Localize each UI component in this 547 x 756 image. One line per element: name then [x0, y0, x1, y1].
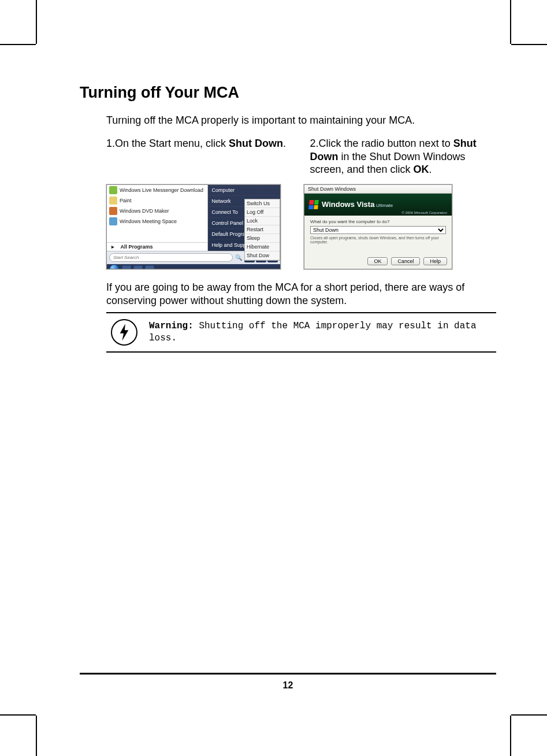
intro-text: Turning off the MCA properly is importan…: [80, 114, 496, 127]
step-text: .: [283, 138, 286, 149]
step-2: 2.Click the radio button next to Shut Do…: [310, 137, 497, 176]
all-programs-label: All Programs: [121, 244, 153, 250]
screenshot-start-menu: Windows Live Messenger Download Paint Wi…: [106, 184, 281, 269]
page-number: 12: [80, 673, 496, 691]
brand-name: Windows Vista: [322, 200, 374, 209]
warning-text: Shutting off the MCA improperly may resu…: [149, 321, 477, 344]
step-text: Click the radio button next to: [319, 138, 453, 149]
steps: 1.On the Start menu, click Shut Down. 2.…: [80, 137, 496, 176]
warning-box: Warning: Shutting off the MCA improperly…: [106, 312, 496, 353]
crop-mark: [36, 0, 37, 44]
flyout-item[interactable]: Sleep: [245, 234, 280, 243]
app-icon: [109, 186, 117, 194]
power-flyout: Switch Us Log Off Lock Restart Sleep Hib…: [244, 199, 280, 261]
crop-mark: [511, 714, 547, 716]
start-item[interactable]: Windows DVD Maker: [107, 206, 207, 216]
crop-mark: [510, 0, 511, 44]
lightning-bolt-icon: [111, 319, 137, 346]
after-text: If you are going to be away from the MCA…: [80, 281, 496, 308]
start-item-label: Windows DVD Maker: [120, 208, 169, 214]
step-1: 1.On the Start menu, click Shut Down.: [106, 137, 293, 176]
start-orb-icon[interactable]: [109, 264, 120, 269]
start-item-label: Paint: [120, 198, 132, 203]
step-number: 2.: [310, 138, 319, 149]
crop-mark: [0, 44, 36, 45]
crop-mark: [510, 716, 511, 756]
start-item[interactable]: Windows Live Messenger Download: [107, 185, 207, 195]
step-text: On the Start menu, click: [115, 138, 229, 149]
warning-label: Warning:: [149, 321, 194, 331]
start-item-label: Windows Live Messenger Download: [120, 187, 203, 193]
step-number: 1.: [106, 138, 115, 149]
crop-mark: [511, 44, 547, 45]
help-button[interactable]: Help: [423, 257, 447, 265]
flyout-item[interactable]: Restart: [245, 225, 280, 234]
dialog-title: Shut Down Windows: [304, 185, 452, 194]
taskbar: [107, 264, 280, 269]
start-item-label: Windows Meeting Space: [120, 218, 177, 224]
app-icon: [109, 217, 117, 225]
start-item[interactable]: Windows Meeting Space: [107, 216, 207, 227]
brand-edition: Ultimate: [376, 203, 393, 208]
flyout-item[interactable]: Shut Dow: [245, 251, 280, 260]
start-search-input[interactable]: [109, 253, 233, 262]
app-icon: [109, 197, 117, 205]
chevron-right-icon: ▸: [111, 244, 114, 250]
crop-mark: [0, 714, 36, 716]
copyright-text: © 2006 Microsoft Corporation: [396, 211, 447, 216]
ok-button[interactable]: OK: [367, 257, 388, 265]
page-title: Turning off Your MCA: [80, 84, 496, 102]
screenshot-shutdown-dialog: Shut Down Windows Windows Vista Ultimate…: [304, 184, 452, 269]
crop-mark: [36, 716, 37, 756]
start-item[interactable]: Paint: [107, 195, 207, 206]
app-icon: [109, 207, 117, 215]
step-bold: OK: [414, 164, 429, 175]
flyout-item[interactable]: Log Off: [245, 208, 280, 217]
windows-logo-icon: [308, 200, 319, 209]
start-right-item[interactable]: Computer: [208, 185, 280, 196]
shutdown-action-select[interactable]: Shut Down: [310, 226, 446, 234]
taskbar-icon[interactable]: [122, 265, 131, 269]
step-bold: Shut Down: [229, 138, 283, 149]
cancel-button[interactable]: Cancel: [391, 257, 420, 265]
flyout-item[interactable]: Lock: [245, 217, 280, 225]
taskbar-icon[interactable]: [133, 265, 143, 269]
dialog-description: Closes all open programs, shuts down Win…: [310, 236, 446, 244]
flyout-item[interactable]: Hibernate: [245, 243, 280, 251]
search-icon: 🔍: [235, 254, 242, 261]
all-programs[interactable]: ▸ All Programs: [107, 242, 207, 251]
step-text: .: [429, 164, 432, 175]
flyout-item[interactable]: Switch Us: [245, 199, 280, 208]
taskbar-icon[interactable]: [145, 265, 154, 269]
dialog-question: What do you want the computer to do?: [310, 219, 446, 224]
dialog-brand-banner: Windows Vista Ultimate © 2006 Microsoft …: [304, 194, 452, 216]
